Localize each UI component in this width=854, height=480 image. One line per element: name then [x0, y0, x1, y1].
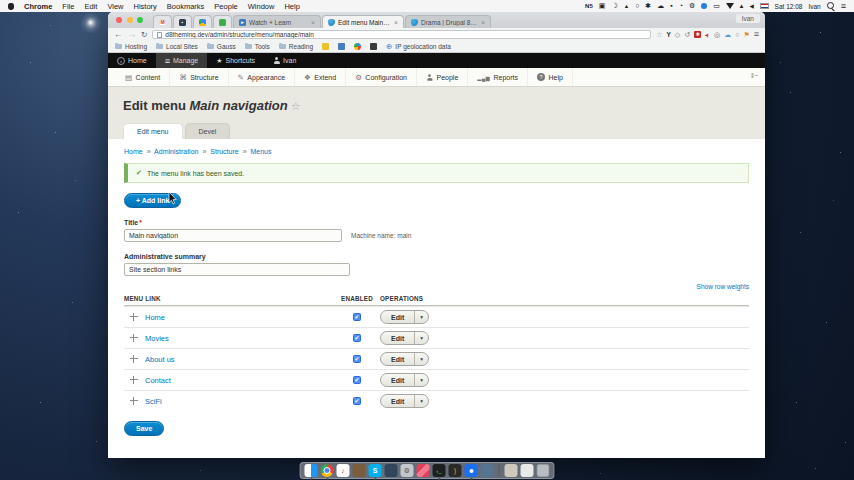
drag-handle-icon[interactable]	[130, 397, 138, 405]
toolbar-orientation-toggle-icon[interactable]	[751, 72, 758, 79]
menu-app-name[interactable]: Chrome	[24, 2, 52, 11]
dock-finder-icon[interactable]	[305, 464, 318, 477]
close-window-button[interactable]	[116, 17, 122, 23]
favorite-star-icon[interactable]	[288, 98, 301, 113]
admin-menu-help[interactable]: Help	[528, 68, 573, 86]
page-security-icon[interactable]	[157, 32, 162, 38]
pinned-tab-drive[interactable]	[193, 15, 212, 28]
dock-gray-app-icon[interactable]	[481, 464, 494, 477]
enabled-checkbox[interactable]	[353, 334, 361, 342]
bookmark-favicon-blue[interactable]	[338, 43, 345, 50]
bookmark-folder-reading[interactable]: Reading	[279, 43, 313, 50]
menu-link-contact[interactable]: Contact	[145, 376, 171, 385]
admin-menu-extend[interactable]: Extend	[295, 68, 346, 86]
bookmark-folder-tools[interactable]: Tools	[245, 43, 270, 50]
bookmark-folder-local-sites[interactable]: Local Sites	[156, 43, 198, 50]
menu-item-help[interactable]: Help	[284, 2, 299, 11]
dock-system-preferences-icon[interactable]: ⚙	[401, 464, 414, 477]
dock-chrome-icon[interactable]	[321, 464, 334, 477]
toolbar-item-shortcuts[interactable]: Shortcuts	[207, 53, 264, 68]
admin-menu-structure[interactable]: Structure	[170, 68, 228, 86]
tab-devel[interactable]: Devel	[185, 123, 231, 139]
breadcrumb-menus[interactable]: Menus	[251, 148, 272, 155]
time-tracker-icon[interactable]	[679, 0, 683, 12]
show-row-weights-link[interactable]: Show row weights	[697, 283, 749, 290]
menu-item-view[interactable]: View	[107, 2, 123, 11]
admin-menu-configuration[interactable]: Configuration	[346, 68, 417, 86]
zoom-window-button[interactable]	[137, 17, 143, 23]
enabled-checkbox[interactable]	[353, 397, 361, 405]
edit-button[interactable]: Edit	[381, 374, 414, 386]
extension-diamond-icon[interactable]	[675, 28, 680, 41]
dock-downloads-stack-icon[interactable]	[505, 464, 518, 477]
admin-menu-people[interactable]: People	[417, 68, 468, 86]
dock-terminal-icon[interactable]: ›_	[433, 464, 446, 477]
pinned-tab-green[interactable]	[213, 15, 232, 28]
cloud-icon[interactable]	[657, 0, 664, 12]
bookmark-ip-geolocation[interactable]: IP geolocation data	[386, 42, 451, 51]
breadcrumb-home[interactable]: Home	[124, 148, 143, 155]
menu-item-edit[interactable]: Edit	[84, 2, 97, 11]
spotlight-search-icon[interactable]	[827, 2, 835, 10]
dropdown-arrow-icon[interactable]	[414, 374, 428, 386]
extension-flag-icon[interactable]	[743, 28, 749, 41]
summary-input[interactable]	[124, 263, 350, 276]
flag-croatia-icon[interactable]	[760, 3, 769, 9]
notification-center-icon[interactable]	[841, 0, 846, 13]
admin-menu-reports[interactable]: Reports	[468, 68, 528, 86]
drag-handle-icon[interactable]	[130, 313, 138, 321]
forward-button[interactable]	[128, 28, 137, 41]
keyboard-icon[interactable]	[645, 0, 651, 12]
dropdown-arrow-icon[interactable]	[414, 332, 428, 344]
menu-item-history[interactable]: History	[134, 2, 157, 11]
shield-icon[interactable]	[624, 0, 629, 12]
drag-handle-icon[interactable]	[130, 355, 138, 363]
tab-close-icon[interactable]	[481, 19, 485, 26]
menu-user[interactable]: Ivan	[808, 3, 820, 10]
extension-recycle-icon[interactable]	[684, 28, 690, 41]
dock-documents-icon[interactable]	[521, 464, 534, 477]
edit-button[interactable]: Edit	[381, 353, 414, 365]
tab-edit-menu-active[interactable]: Edit menu Main navigation	[322, 15, 404, 28]
menu-clock[interactable]: Sat 12:08	[775, 3, 803, 10]
bookmark-folder-gauss[interactable]: Gauss	[207, 43, 236, 50]
pinned-tab-dark[interactable]: ▪	[173, 15, 192, 28]
moon-icon[interactable]	[611, 0, 617, 12]
dock-itunes-icon[interactable]: ♪	[337, 464, 350, 477]
reload-button[interactable]	[141, 28, 147, 41]
menu-item-bookmarks[interactable]: Bookmarks	[167, 2, 205, 11]
app-indicator-icon[interactable]	[585, 0, 593, 12]
menu-item-people[interactable]: People	[214, 2, 237, 11]
dropdown-arrow-icon[interactable]	[414, 311, 428, 323]
bookmark-favicon-dark[interactable]	[370, 43, 377, 50]
wifi-icon[interactable]	[726, 3, 734, 9]
pinned-tab-gmail[interactable]: M	[153, 15, 172, 28]
square-status-icon[interactable]	[670, 0, 672, 12]
edit-button[interactable]: Edit	[381, 332, 414, 344]
gear-icon[interactable]	[689, 0, 695, 12]
enabled-checkbox[interactable]	[353, 355, 361, 363]
tab-watch-learn[interactable]: ▸ Watch + Learn	[233, 15, 321, 28]
admin-menu-content[interactable]: Content	[116, 68, 170, 86]
circle-status-icon[interactable]	[635, 0, 639, 12]
breadcrumb-administration[interactable]: Administration	[154, 148, 198, 155]
toolbar-item-user[interactable]: Ivan	[264, 53, 305, 68]
menu-item-window[interactable]: Window	[248, 2, 275, 11]
extension-q-icon[interactable]	[714, 28, 720, 41]
dock-skype-icon[interactable]: S	[369, 464, 382, 477]
tab-edit-menu[interactable]: Edit menu	[123, 123, 183, 139]
browser-menu-icon[interactable]	[754, 28, 759, 41]
extension-pin-icon[interactable]	[705, 28, 710, 42]
menu-item-file[interactable]: File	[62, 2, 74, 11]
tab-close-icon[interactable]	[311, 19, 315, 26]
bookmark-favicon-yellow[interactable]	[322, 43, 329, 50]
menu-link-movies[interactable]: Movies	[145, 334, 169, 343]
extension-chat-icon[interactable]	[735, 28, 739, 41]
bookmark-star-icon[interactable]	[656, 28, 662, 41]
enabled-checkbox[interactable]	[353, 376, 361, 384]
volume-icon[interactable]	[749, 0, 753, 12]
menu-link-scifi[interactable]: SciFi	[145, 397, 162, 406]
display-icon[interactable]	[713, 0, 720, 12]
dock-photos-icon[interactable]	[417, 464, 430, 477]
back-button[interactable]	[114, 28, 123, 41]
